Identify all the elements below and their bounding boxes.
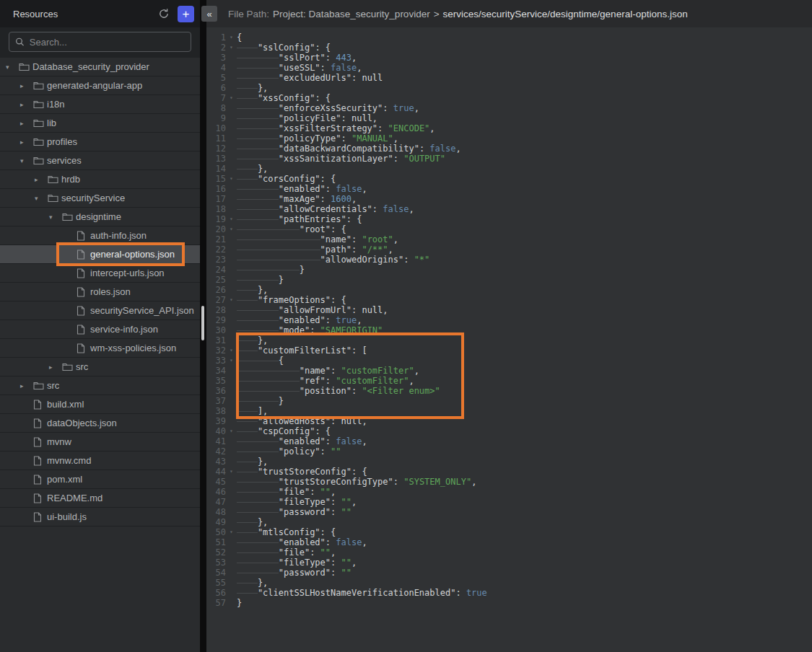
refresh-icon	[158, 8, 170, 19]
chevron-down-icon[interactable]: ▾	[6, 63, 19, 71]
fold-arrow-icon[interactable]: ▾	[226, 295, 237, 305]
tree-item-src[interactable]: ▸src	[0, 376, 200, 395]
code-text: "name": "root",	[237, 234, 812, 244]
tree-item-services[interactable]: ▾services	[0, 151, 200, 170]
tree-item-ui-build-js[interactable]: ui-build.js	[0, 508, 200, 527]
code-text: "allowedHosts": null,	[237, 416, 812, 426]
code-line: 4"useSSL": false,	[206, 63, 812, 73]
fold-spacer	[226, 517, 237, 527]
tree-item-label: src	[76, 361, 88, 372]
code-editor[interactable]: 1▾{2▾"sslConfig": {3"sslPort": 443,4"use…	[206, 27, 812, 652]
fold-arrow-icon[interactable]: ▾	[226, 467, 237, 477]
tree-item-securityservice[interactable]: ▾securityService	[0, 189, 200, 208]
code-text: }	[237, 396, 812, 406]
code-line: 54"password": ""	[206, 568, 812, 578]
chevron-right-icon[interactable]: ▸	[20, 101, 33, 108]
code-text: "path": "/**",	[237, 244, 812, 255]
tree-item-build-xml[interactable]: build.xml	[0, 395, 200, 414]
add-resource-button[interactable]: +	[178, 6, 194, 22]
fold-arrow-icon[interactable]: ▾	[226, 93, 237, 103]
code-text: "enforceXssSecurity": true,	[237, 103, 812, 113]
fold-arrow-icon[interactable]: ▾	[226, 224, 237, 234]
tree-item-mvnw-cmd[interactable]: mvnw.cmd	[0, 451, 200, 470]
tree-item-mvnw[interactable]: mvnw	[0, 433, 200, 451]
refresh-button[interactable]	[156, 6, 172, 22]
tree-item-label: build.xml	[47, 399, 84, 410]
chevron-down-icon[interactable]: ▾	[35, 195, 48, 202]
tree-item-dataobjects-json[interactable]: dataObjects.json	[0, 414, 200, 433]
tree-item-i18n[interactable]: ▸i18n	[0, 95, 200, 114]
fold-arrow-icon[interactable]: ▾	[226, 214, 237, 224]
tree-item-securityservice-api-json[interactable]: securityService_API.json	[0, 301, 200, 320]
tree-item-label: general-options.json	[90, 249, 175, 260]
chevron-right-icon[interactable]: ▸	[35, 176, 48, 183]
chevron-right-icon[interactable]: ▸	[20, 82, 33, 89]
code-text: ],	[237, 406, 812, 416]
fold-arrow-icon[interactable]: ▾	[226, 32, 237, 43]
tree-item-readme-md[interactable]: README.md	[0, 489, 200, 508]
code-line: 2▾"sslConfig": {	[206, 43, 812, 53]
folder-icon	[33, 137, 47, 146]
chevron-down-icon[interactable]: ▾	[20, 157, 33, 164]
search-box[interactable]	[9, 32, 191, 52]
chevron-right-icon[interactable]: ▸	[20, 382, 33, 389]
tree-item-database-security-provider[interactable]: ▾Database_security_provider	[0, 58, 200, 76]
fold-arrow-icon[interactable]: ▾	[226, 345, 237, 356]
code-line: 32▾"customFilterList": [	[206, 345, 812, 356]
tree-item-auth-info-json[interactable]: auth-info.json	[0, 226, 200, 245]
code-line: 7▾"xssConfig": {	[206, 93, 812, 103]
code-text: "enabled": false,	[237, 537, 812, 547]
line-number: 16	[206, 184, 226, 194]
tree-item-label: securityService_API.json	[90, 305, 194, 316]
chevron-right-icon[interactable]: ▸	[49, 364, 62, 371]
chevron-right-icon[interactable]: ▸	[20, 120, 33, 127]
search-input[interactable]	[30, 37, 185, 48]
fold-spacer	[226, 305, 237, 315]
tree-item-label: designtime	[76, 211, 121, 222]
tree-item-generated-angular-app[interactable]: ▸generated-angular-app	[0, 76, 200, 95]
chevron-right-icon[interactable]: ▸	[20, 138, 33, 146]
line-number: 33	[206, 356, 226, 366]
tree-item-roles-json[interactable]: roles.json	[0, 283, 200, 301]
tree-item-label: intercept-urls.json	[90, 268, 165, 278]
code-line: 37}	[206, 396, 812, 406]
fold-arrow-icon[interactable]: ▾	[226, 426, 237, 436]
fold-spacer	[226, 285, 237, 295]
fold-spacer	[226, 234, 237, 244]
fold-arrow-icon[interactable]: ▾	[226, 356, 237, 366]
tree-item-label: Database_security_provider	[32, 61, 149, 72]
fold-spacer	[226, 204, 237, 214]
tree-item-wm-xss-policies-json[interactable]: wm-xss-policies.json	[0, 339, 200, 358]
sidebar-scrollbar[interactable]	[201, 306, 204, 340]
code-line: 1▾{	[206, 32, 812, 43]
tree-item-label: mvnw	[47, 436, 71, 447]
line-number: 44	[206, 467, 226, 477]
collapse-panel-button[interactable]: «	[201, 6, 217, 22]
tree-item-pom-xml[interactable]: pom.xml	[0, 470, 200, 489]
tree-item-profiles[interactable]: ▸profiles	[0, 133, 200, 151]
tree-item-src[interactable]: ▸src	[0, 358, 200, 376]
tree-item-intercept-urls-json[interactable]: intercept-urls.json	[0, 264, 200, 283]
fold-arrow-icon[interactable]: ▾	[226, 174, 237, 184]
tree-item-hrdb[interactable]: ▸hrdb	[0, 170, 200, 189]
file-icon	[77, 306, 90, 316]
line-number: 10	[206, 123, 226, 133]
tree-item-general-options-json[interactable]: general-options.json	[0, 245, 200, 264]
chevron-down-icon[interactable]: ▾	[49, 213, 62, 221]
fold-arrow-icon[interactable]: ▾	[226, 527, 237, 537]
code-line: 30"mode": "SAMEORIGIN"	[206, 325, 812, 335]
line-number: 9	[206, 113, 226, 123]
line-number: 18	[206, 204, 226, 214]
line-number: 40	[206, 426, 226, 436]
tree-item-service-info-json[interactable]: service-info.json	[0, 320, 200, 339]
code-line: 26},	[206, 285, 812, 295]
fold-arrow-icon[interactable]: ▾	[226, 43, 237, 53]
code-text: "policy": ""	[237, 446, 812, 457]
fold-spacer	[226, 103, 237, 113]
fold-spacer	[226, 144, 237, 154]
code-line: 17"maxAge": 1600,	[206, 194, 812, 204]
tree-item-label: src	[47, 380, 59, 391]
tree-item-designtime[interactable]: ▾designtime	[0, 208, 200, 226]
line-number: 3	[206, 53, 226, 63]
tree-item-lib[interactable]: ▸lib	[0, 114, 200, 133]
